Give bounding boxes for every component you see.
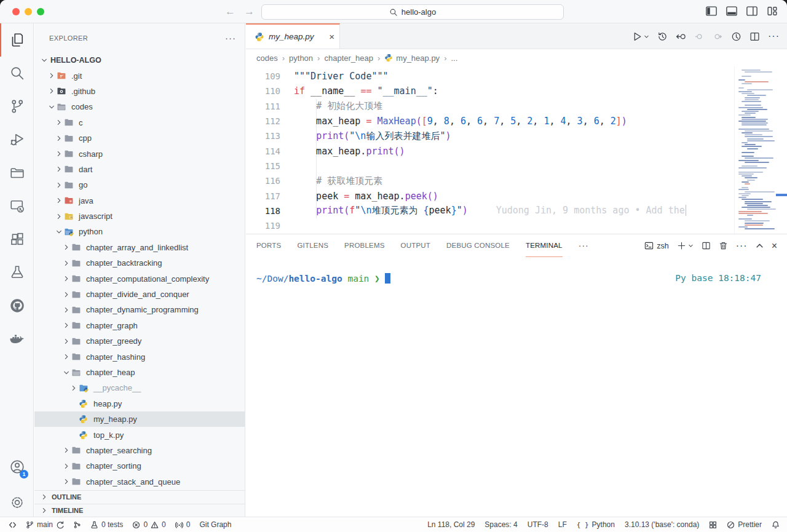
- chevron-right-icon[interactable]: [61, 477, 71, 486]
- tree-item-c[interactable]: c: [34, 115, 245, 130]
- panel-tab-terminal[interactable]: TERMINAL: [526, 234, 563, 257]
- explorer-more-actions-icon[interactable]: ···: [225, 33, 236, 43]
- remote-explorer-icon[interactable]: [0, 189, 33, 223]
- tree-item-dart[interactable]: dart: [34, 162, 245, 177]
- chevron-down-icon[interactable]: [54, 227, 64, 237]
- editor-more-actions-icon[interactable]: ···: [768, 31, 780, 42]
- chevron-right-icon[interactable]: [61, 258, 71, 268]
- settings-gear-icon[interactable]: [0, 488, 33, 517]
- chevron-down-icon[interactable]: [61, 368, 71, 378]
- chevron-down-icon[interactable]: [39, 55, 49, 65]
- code-line-113[interactable]: 113 print("\n输入列表并建堆后"): [246, 129, 734, 143]
- code-area[interactable]: 109"""Driver Code"""110if __name__ == "_…: [246, 66, 787, 234]
- chevron-right-icon[interactable]: [54, 164, 64, 174]
- previous-change-icon[interactable]: [694, 31, 705, 42]
- tree-item-codes[interactable]: codes: [34, 99, 245, 114]
- toggle-primary-sidebar-icon[interactable]: [705, 5, 718, 17]
- status-branch-main[interactable]: main: [26, 520, 64, 529]
- chevron-right-icon[interactable]: [61, 320, 71, 330]
- explorer-icon[interactable]: [0, 23, 33, 57]
- split-terminal-icon[interactable]: [702, 241, 711, 250]
- status-tests[interactable]: 0 tests: [90, 520, 123, 529]
- open-changes-icon[interactable]: [676, 31, 686, 42]
- new-terminal-icon[interactable]: [677, 241, 694, 250]
- chevron-right-icon[interactable]: [54, 196, 64, 205]
- chevron-right-icon[interactable]: [47, 86, 57, 96]
- tree-item-chapter-heap[interactable]: chapter_heap: [34, 365, 245, 380]
- tree-item-heap-py[interactable]: heap.py: [34, 396, 245, 411]
- maximize-panel-icon[interactable]: [756, 242, 764, 250]
- gitlens-graph-icon[interactable]: [731, 31, 742, 42]
- sidebar-section-outline[interactable]: OUTLINE: [34, 490, 245, 504]
- status-language-mode[interactable]: { }Python: [577, 520, 615, 529]
- tree-item-chapter-backtracking[interactable]: chapter_backtracking: [34, 255, 245, 271]
- breadcrumb-item[interactable]: ...: [451, 54, 457, 63]
- panel-tabs-more-icon[interactable]: ···: [579, 234, 589, 257]
- status-notifications[interactable]: [772, 521, 780, 529]
- tree-item-cpp[interactable]: cpp: [34, 130, 245, 146]
- close-window-button[interactable]: [12, 8, 20, 15]
- chevron-down-icon[interactable]: [47, 102, 57, 112]
- toggle-secondary-sidebar-icon[interactable]: [746, 5, 758, 17]
- status-problems[interactable]: 00: [132, 520, 165, 529]
- chevron-right-icon[interactable]: [54, 212, 64, 221]
- chevron-right-icon[interactable]: [54, 149, 64, 159]
- panel-tab-gitlens[interactable]: GITLENS: [297, 234, 328, 257]
- tree-item-chapter-graph[interactable]: chapter_graph: [34, 318, 245, 333]
- tree-item-chapter-hashing[interactable]: chapter_hashing: [34, 349, 245, 364]
- zoom-window-button[interactable]: [37, 8, 44, 15]
- tree-item-chapter-computational-complexity[interactable]: chapter_computational_complexity: [34, 271, 245, 286]
- testing-beaker-icon[interactable]: [0, 256, 33, 289]
- breadcrumb-item[interactable]: codes: [256, 54, 278, 63]
- chevron-right-icon[interactable]: [54, 117, 64, 127]
- command-center-search[interactable]: hello-algo: [261, 4, 564, 20]
- tree-item-java[interactable]: java: [34, 193, 245, 208]
- navigate-forward-icon[interactable]: →: [244, 6, 255, 18]
- chevron-right-icon[interactable]: [61, 242, 71, 252]
- panel-tab-debug-console[interactable]: DEBUG CONSOLE: [446, 234, 510, 257]
- minimap[interactable]: [734, 66, 787, 234]
- run-debug-icon[interactable]: [0, 123, 33, 156]
- chevron-right-icon[interactable]: [61, 305, 71, 315]
- chevron-right-icon[interactable]: [61, 445, 71, 455]
- tree-item-chapter-divide-and-conquer[interactable]: chapter_divide_and_conquer: [34, 287, 245, 302]
- terminal[interactable]: ~/Dow/hello-algo main ❯ Py base 18:18:47: [246, 257, 787, 284]
- status-broadcast-count[interactable]: 0: [175, 520, 191, 529]
- chevron-right-icon[interactable]: [69, 383, 79, 393]
- status-git-graph[interactable]: Git Graph: [199, 520, 231, 529]
- next-change-icon[interactable]: [713, 31, 723, 42]
- navigate-back-icon[interactable]: ←: [225, 6, 235, 18]
- tree-item-chapter-dynamic-programming[interactable]: chapter_dynamic_programming: [34, 302, 245, 317]
- github-icon[interactable]: [0, 289, 33, 322]
- chevron-right-icon[interactable]: [61, 352, 71, 362]
- window-controls[interactable]: [12, 8, 44, 15]
- panel-tab-ports[interactable]: PORTS: [256, 234, 281, 257]
- code-line-109[interactable]: 109"""Driver Code""": [246, 69, 734, 84]
- terminal-shell-item[interactable]: zsh: [644, 241, 668, 250]
- chevron-right-icon[interactable]: [61, 461, 71, 471]
- code-line-116[interactable]: 116 # 获取堆顶元素: [246, 173, 734, 188]
- tree-item-go[interactable]: go: [34, 177, 245, 193]
- tree-item-chapter-stack-and-queue[interactable]: chapter_stack_and_queue: [34, 474, 245, 490]
- tree-item-javascript[interactable]: JSjavascript: [34, 208, 245, 224]
- status-git-graph-icon-item[interactable]: [73, 521, 81, 529]
- tree-item--github[interactable]: .github: [34, 84, 245, 99]
- tree-item-chapter-searching[interactable]: chapter_searching: [34, 443, 245, 458]
- toggle-panel-icon[interactable]: [726, 5, 738, 17]
- tree-item-chapter-greedy[interactable]: chapter_greedy: [34, 333, 245, 349]
- accounts-icon[interactable]: 1: [0, 450, 33, 483]
- tree-item--git[interactable]: .git: [34, 68, 245, 83]
- tree-item-python[interactable]: python: [34, 224, 245, 239]
- panel-tab-output[interactable]: OUTPUT: [401, 234, 430, 257]
- chevron-right-icon[interactable]: [47, 71, 57, 81]
- search-view-icon[interactable]: [0, 57, 33, 90]
- tree-item-hello-algo[interactable]: HELLO-ALGO: [34, 52, 245, 68]
- status-encoding[interactable]: UTF-8: [528, 520, 548, 529]
- code-line-117[interactable]: 117 peek = max_heap.peek(): [246, 188, 734, 203]
- sidebar-section-timeline[interactable]: TIMELINE: [34, 504, 245, 517]
- extensions-icon[interactable]: [0, 223, 33, 256]
- tree-item--pycache-[interactable]: __pycache__: [34, 380, 245, 395]
- status-indentation[interactable]: Spaces: 4: [484, 520, 517, 529]
- source-control-icon[interactable]: [0, 90, 33, 123]
- status-prettier[interactable]: Prettier: [727, 520, 762, 529]
